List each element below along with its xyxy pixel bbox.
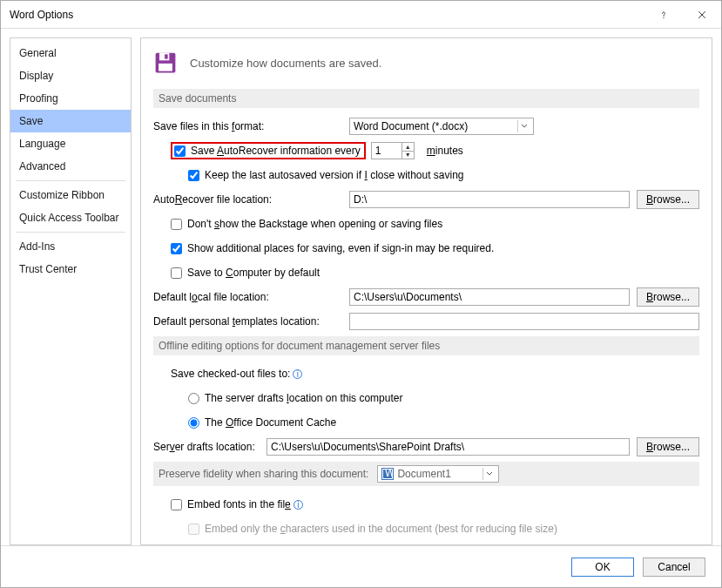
- embed-fonts-checkbox[interactable]: [171, 499, 182, 510]
- chevron-down-icon: [517, 120, 530, 132]
- chevron-down-icon: [482, 468, 495, 480]
- svg-rect-3: [159, 64, 172, 71]
- server-drafts-radio[interactable]: [188, 393, 199, 404]
- word-doc-icon: W: [381, 468, 394, 480]
- help-button[interactable]: [644, 2, 683, 28]
- spin-up-icon[interactable]: ▲: [401, 143, 414, 152]
- sidebar-item-quick-access[interactable]: Quick Access Toolbar: [10, 206, 131, 229]
- autorecover-label: Save AutoRecover information every: [191, 145, 361, 157]
- cancel-button[interactable]: Cancel: [643, 558, 705, 577]
- browse-autorecover-button[interactable]: Browse...: [637, 190, 699, 209]
- server-drafts-loc-input[interactable]: [267, 438, 630, 456]
- save-format-select[interactable]: Word Document (*.docx): [349, 118, 534, 135]
- autorecover-interval-spinner[interactable]: ▲▼: [371, 142, 415, 159]
- office-cache-radio[interactable]: [188, 417, 199, 429]
- section-save-documents: Save documents: [153, 89, 699, 108]
- svg-text:W: W: [385, 470, 392, 478]
- header-text: Customize how documents are saved.: [190, 57, 381, 70]
- spin-down-icon[interactable]: ▼: [401, 152, 414, 159]
- sidebar-item-save[interactable]: Save: [10, 110, 131, 132]
- sidebar-item-advanced[interactable]: Advanced: [10, 155, 131, 178]
- section-offline: Offline editing options for document man…: [153, 336, 699, 355]
- dialog-footer: OK Cancel: [1, 545, 721, 587]
- info-icon[interactable]: i: [294, 500, 303, 510]
- autorecover-interval-input[interactable]: [372, 143, 401, 159]
- svg-rect-1: [159, 53, 169, 61]
- browse-default-local-button[interactable]: Browse...: [637, 287, 699, 307]
- autorecover-highlight: Save AutoRecover information every: [171, 142, 366, 159]
- dont-show-backstage-label: Don't show the Backstage when opening or…: [187, 218, 442, 230]
- save-header-icon: [153, 51, 178, 75]
- sidebar-item-addins[interactable]: Add-Ins: [10, 235, 131, 258]
- content-panel: Customize how documents are saved. Save …: [140, 37, 712, 545]
- save-to-computer-label: Save to Computer by default: [187, 267, 320, 279]
- checked-out-label: Save checked-out files to:: [171, 368, 290, 380]
- default-local-label: Default local file location:: [153, 291, 349, 303]
- sidebar-item-display[interactable]: Display: [10, 64, 131, 87]
- titlebar: Word Options: [1, 1, 721, 29]
- section-fidelity: Preserve fidelity when sharing this docu…: [153, 462, 699, 486]
- sidebar: General Display Proofing Save Language A…: [10, 37, 132, 545]
- additional-places-label: Show additional places for saving, even …: [187, 242, 494, 254]
- close-button[interactable]: [683, 2, 721, 28]
- server-drafts-radio-label: The server drafts location on this compu…: [205, 392, 402, 404]
- additional-places-checkbox[interactable]: [171, 243, 182, 254]
- fidelity-doc-select[interactable]: WDocument1: [377, 465, 499, 483]
- server-drafts-loc-label: Server drafts location:: [153, 441, 267, 453]
- dialog-title: Word Options: [10, 9, 644, 21]
- autorecover-loc-label: AutoRecover file location:: [153, 193, 349, 206]
- save-format-label: Save files in this format:: [153, 120, 349, 132]
- dont-show-backstage-checkbox[interactable]: [171, 219, 182, 230]
- section-fidelity-label: Preserve fidelity when sharing this docu…: [159, 468, 368, 480]
- default-templates-label: Default personal templates location:: [153, 315, 349, 328]
- autorecover-unit: minutes: [427, 145, 463, 157]
- default-templates-input[interactable]: [349, 313, 699, 330]
- sidebar-separator: [16, 232, 125, 233]
- sidebar-item-general[interactable]: General: [10, 42, 131, 64]
- browse-server-drafts-button[interactable]: Browse...: [637, 437, 699, 456]
- fidelity-doc-value: Document1: [397, 468, 450, 480]
- sidebar-separator: [16, 180, 125, 181]
- embed-only-checkbox: [188, 524, 199, 535]
- keep-last-label: Keep the last autosaved version if I clo…: [205, 169, 464, 181]
- sidebar-item-language[interactable]: Language: [10, 132, 131, 155]
- svg-rect-2: [165, 54, 168, 58]
- ok-button[interactable]: OK: [571, 558, 634, 577]
- keep-last-checkbox[interactable]: [188, 170, 199, 181]
- autorecover-checkbox[interactable]: [174, 145, 186, 157]
- office-cache-radio-label: The Office Document Cache: [205, 416, 336, 429]
- sidebar-item-customize-ribbon[interactable]: Customize Ribbon: [10, 184, 131, 206]
- save-format-value: Word Document (*.docx): [354, 120, 468, 132]
- info-icon[interactable]: i: [293, 369, 302, 379]
- embed-only-label: Embed only the characters used in the do…: [205, 523, 557, 535]
- default-local-input[interactable]: [349, 288, 630, 306]
- word-options-dialog: Word Options General Display Proofing Sa…: [0, 0, 722, 588]
- sidebar-item-proofing[interactable]: Proofing: [10, 87, 131, 110]
- autorecover-loc-input[interactable]: [349, 191, 630, 208]
- sidebar-item-trust-center[interactable]: Trust Center: [10, 258, 131, 280]
- save-to-computer-checkbox[interactable]: [171, 267, 182, 279]
- embed-fonts-label: Embed fonts in the file: [187, 498, 291, 510]
